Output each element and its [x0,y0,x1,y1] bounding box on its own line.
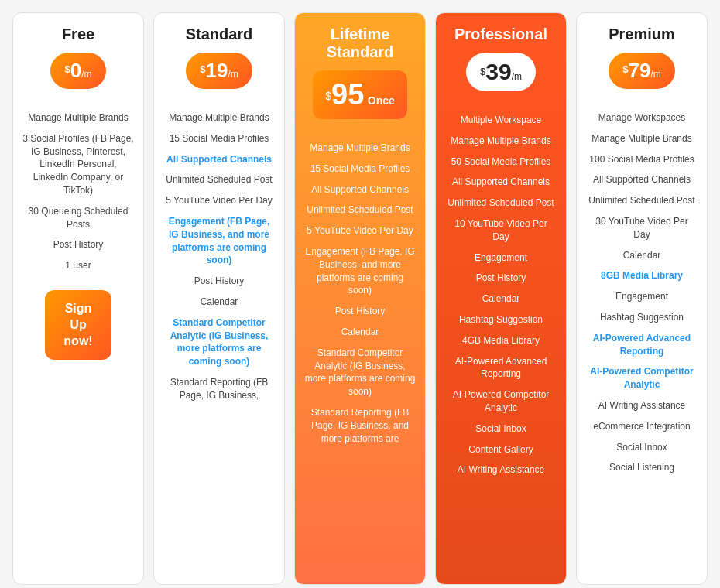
feature-item: 15 Social Media Profiles [304,159,416,179]
feature-item: All Supported Channels [163,149,275,170]
feature-item: 15 Social Media Profiles [163,128,275,149]
feature-item: 5 YouTube Video Per Day [163,190,275,211]
feature-item: Manage Multiple Brands [586,128,698,149]
feature-item: 30 Queueing Scheduled Posts [22,201,134,235]
feature-item: 1 user [22,255,134,276]
feature-item: Engagement (FB Page, IG Business, and mo… [304,241,416,301]
plan-standard-features: Manage Multiple Brands 15 Social Media P… [163,108,275,406]
feature-item: Post History [304,301,416,322]
plan-premium-title: Premium [586,26,698,43]
plan-professional: Professional $39/m Multiple Workspace Ma… [435,12,567,585]
feature-item: 3 Social Profiles (FB Page, IG Business,… [22,128,134,201]
feature-item: Standard Reporting (FB Page, IG Business… [304,402,416,449]
feature-item: Unlimited Scheduled Post [586,190,698,211]
feature-item: Manage Multiple Brands [22,108,134,128]
feature-item: 8GB Media Library [586,265,698,286]
feature-item: eCommerce Integration [586,416,698,437]
feature-item: AI-Powered Competitor Analytic [586,361,698,395]
feature-item: 100 Social Media Profiles [586,149,698,170]
feature-item: Engagement [445,248,557,268]
feature-item: AI-Powered Competitor Analytic [445,385,557,419]
feature-item: Manage Multiple Brands [304,138,416,159]
feature-item: Social Listening [586,457,698,478]
feature-item: Calendar [445,289,557,309]
feature-item: All Supported Channels [586,169,698,190]
feature-item: Multiple Workspace [445,110,557,131]
plan-professional-title: Professional [445,26,557,43]
feature-item: 10 YouTube Video Per Day [445,214,557,248]
plan-free: Free $0/m Manage Multiple Brands 3 Socia… [12,12,144,585]
feature-item: Post History [22,234,134,255]
plan-free-features: Manage Multiple Brands 3 Social Profiles… [22,108,134,276]
feature-item: Social Inbox [445,419,557,439]
feature-item: Manage Multiple Brands [163,108,275,128]
feature-item: All Supported Channels [304,179,416,200]
feature-item: Content Gallery [445,439,557,460]
feature-item: Standard Competitor Analytic (IG Busines… [163,313,275,372]
feature-item: Calendar [586,245,698,266]
feature-item: Unlimited Scheduled Post [304,200,416,220]
feature-item: Manage Workspaces [586,108,698,128]
plan-standard: Standard $19/m Manage Multiple Brands 15… [153,12,285,585]
plan-lifetime-features: Manage Multiple Brands 15 Social Media P… [304,138,416,449]
plan-lifetime-price: $95 Once [313,70,407,119]
feature-item: Unlimited Scheduled Post [445,193,557,214]
plan-standard-title: Standard [163,26,275,43]
feature-item: AI Writing Assistance [445,460,557,480]
feature-item: AI-Powered Advanced Reporting [586,328,698,362]
plan-premium-features: Manage Workspaces Manage Multiple Brands… [586,108,698,478]
feature-item: 5 YouTube Video Per Day [304,220,416,241]
feature-item: AI Writing Assistance [586,395,698,416]
feature-item: Standard Competitor Analytic (IG Busines… [304,343,416,402]
feature-item: Calendar [304,322,416,343]
pricing-grid: Free $0/m Manage Multiple Brands 3 Socia… [12,12,708,585]
plan-lifetime: LifetimeStandard $95 Once Manage Multipl… [294,12,426,585]
feature-item: All Supported Channels [445,172,557,193]
feature-item: AI-Powered Advanced Reporting [445,351,557,385]
feature-item: Manage Multiple Brands [445,131,557,152]
feature-item: Hashtag Suggestion [586,307,698,328]
feature-item: Engagement [586,286,698,307]
plan-professional-price: $39/m [466,53,536,91]
feature-item: Calendar [163,292,275,313]
feature-item: Standard Reporting (FB Page, IG Business… [163,372,275,406]
plan-lifetime-title: LifetimeStandard [304,26,416,61]
feature-item: Post History [445,268,557,289]
plan-free-price: $0/m [50,53,105,89]
plan-premium: Premium $79/m Manage Workspaces Manage M… [576,12,708,585]
plan-professional-features: Multiple Workspace Manage Multiple Brand… [445,110,557,480]
plan-standard-price: $19/m [186,53,252,89]
feature-item: Hashtag Suggestion [445,309,557,330]
feature-item: Post History [163,271,275,292]
plan-premium-price: $79/m [609,53,675,89]
free-signup-button[interactable]: SignUpnow! [45,290,111,360]
plan-free-title: Free [22,26,134,43]
feature-item: Engagement (FB Page, IG Business, and mo… [163,211,275,271]
feature-item: 50 Social Media Profiles [445,152,557,173]
feature-item: 30 YouTube Video Per Day [586,211,698,245]
feature-item: 4GB Media Library [445,330,557,351]
feature-item: Social Inbox [586,437,698,458]
feature-item: Unlimited Scheduled Post [163,169,275,190]
